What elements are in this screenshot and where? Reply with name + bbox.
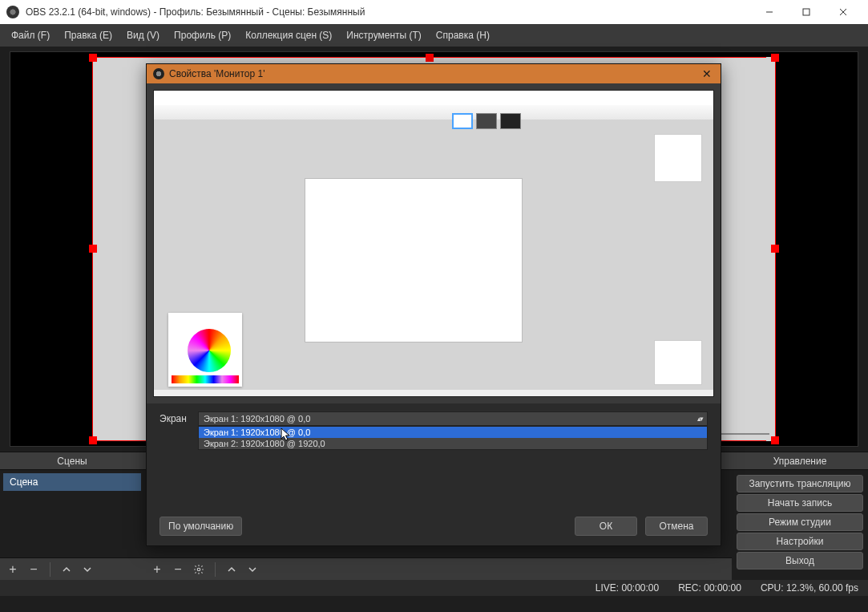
menu-edit[interactable]: Правка (E) — [58, 26, 119, 44]
svg-point-4 — [197, 568, 200, 571]
dialog-titlebar[interactable]: Свойства 'Монитор 1' ✕ — [147, 64, 721, 83]
remove-scene-button[interactable]: − — [26, 561, 42, 578]
window-title: OBS 23.2.1 (64-bit, windows) - Профиль: … — [26, 6, 751, 18]
dialog-close-button[interactable]: ✕ — [700, 67, 714, 81]
dialog-title-text: Свойства 'Монитор 1' — [169, 68, 264, 79]
color-wheel-icon — [188, 329, 231, 372]
status-live: LIVE: 00:00:00 — [595, 582, 659, 594]
screen-option-1[interactable]: Экран 1: 1920x1080 @ 0,0 — [199, 427, 707, 438]
menu-scene-collection[interactable]: Коллекция сцен (S) — [239, 26, 338, 44]
color-strip — [172, 375, 239, 383]
controls-body: Запустить трансляцию Начать запись Режим… — [732, 470, 868, 580]
defaults-button[interactable]: По умолчанию — [159, 517, 242, 536]
resize-handle-tc[interactable] — [426, 54, 434, 62]
scene-item[interactable]: Сцена — [3, 473, 141, 491]
resize-handle-ml[interactable] — [89, 245, 97, 253]
status-bar: LIVE: 00:00:00 REC: 00:00:00 CPU: 12.3%,… — [0, 580, 868, 596]
screen-select-dropdown[interactable]: Экран 1: 1920x1080 @ 0,0 Экран 2: 1920x1… — [198, 426, 708, 450]
preview-zoom-slider[interactable] — [721, 433, 769, 435]
dialog-preview — [153, 90, 714, 397]
window-titlebar: OBS 23.2.1 (64-bit, windows) - Профиль: … — [0, 0, 868, 24]
preview-app-menubar — [154, 91, 713, 105]
mixer-footer — [297, 557, 724, 580]
studio-mode-button[interactable]: Режим студии — [737, 513, 863, 531]
exit-button[interactable]: Выход — [737, 552, 863, 569]
transitions-panel-header — [724, 452, 732, 470]
controls-panel-header: Управление — [732, 452, 868, 470]
settings-button[interactable]: Настройки — [737, 533, 863, 550]
history-window — [654, 134, 702, 182]
preview-canvas-area — [305, 178, 523, 342]
menu-help[interactable]: Справка (H) — [430, 26, 496, 44]
svg-rect-1 — [803, 9, 809, 15]
screen-select-label: Экран — [159, 411, 192, 424]
dialog-preview-wrap — [147, 83, 721, 403]
start-recording-button[interactable]: Начать запись — [737, 494, 863, 512]
main-menubar: Файл (F) Правка (E) Вид (V) Профиль (P) … — [0, 24, 868, 47]
dialog-button-row: По умолчанию OК Отмена — [147, 507, 721, 545]
resize-handle-mr[interactable] — [771, 245, 779, 253]
add-source-button[interactable]: + — [149, 561, 165, 578]
window-minimize-button[interactable] — [751, 0, 788, 24]
thumbnail — [476, 113, 497, 129]
preview-app-toolbar — [154, 105, 713, 120]
resize-handle-br[interactable] — [771, 436, 779, 444]
scene-move-down-button[interactable] — [79, 561, 95, 578]
transitions-panel — [724, 452, 732, 580]
preview-app-statusbar — [154, 390, 713, 396]
menu-tools[interactable]: Инструменты (T) — [340, 26, 427, 44]
dialog-controls-area: Экран Экран 1: 1920x1080 @ 0,0 ▴▾ Экран … — [147, 403, 721, 507]
source-properties-dialog: Свойства 'Монитор 1' ✕ Э — [146, 63, 721, 546]
ok-button[interactable]: OК — [575, 517, 637, 536]
menu-view[interactable]: Вид (V) — [120, 26, 166, 44]
status-rec: REC: 00:00:00 — [678, 582, 741, 594]
add-scene-button[interactable]: + — [5, 561, 21, 578]
resize-handle-tr[interactable] — [771, 54, 779, 62]
resize-handle-bl[interactable] — [89, 436, 97, 444]
start-streaming-button[interactable]: Запустить трансляцию — [737, 475, 863, 492]
thumbnail-row — [452, 113, 521, 129]
thumbnail — [500, 113, 521, 129]
scenes-panel: Сцены Сцена + − — [0, 452, 144, 580]
thumbnail — [452, 113, 473, 129]
cancel-button[interactable]: Отмена — [645, 517, 708, 536]
obs-logo-icon — [153, 68, 164, 79]
colors-palette-window — [168, 313, 242, 387]
scene-move-up-button[interactable] — [59, 561, 75, 578]
remove-source-button[interactable]: − — [170, 561, 186, 578]
source-move-up-button[interactable] — [224, 561, 240, 578]
screen-select[interactable]: Экран 1: 1920x1080 @ 0,0 ▴▾ — [198, 411, 708, 426]
window-maximize-button[interactable] — [788, 0, 825, 24]
obs-logo-icon — [6, 6, 19, 18]
menu-profile[interactable]: Профиль (P) — [168, 26, 237, 44]
source-properties-button[interactable] — [191, 561, 207, 578]
separator — [215, 562, 216, 577]
scenes-list[interactable]: Сцена — [0, 470, 144, 557]
controls-panel: Управление Запустить трансляцию Начать з… — [732, 452, 868, 580]
window-close-button[interactable] — [825, 0, 862, 24]
screen-option-2[interactable]: Экран 2: 1920x1080 @ 1920,0 — [199, 438, 707, 449]
transitions-body — [724, 470, 732, 557]
scenes-panel-header: Сцены — [0, 452, 144, 470]
source-move-down-button[interactable] — [244, 561, 260, 578]
chevron-updown-icon: ▴▾ — [697, 412, 702, 425]
layers-window — [654, 340, 702, 385]
resize-handle-tl[interactable] — [89, 54, 97, 62]
separator — [50, 562, 50, 577]
status-cpu: CPU: 12.3%, 60.00 fps — [761, 582, 858, 594]
screen-select-value: Экран 1: 1920x1080 @ 0,0 — [204, 412, 310, 425]
menu-file[interactable]: Файл (F) — [5, 26, 56, 44]
